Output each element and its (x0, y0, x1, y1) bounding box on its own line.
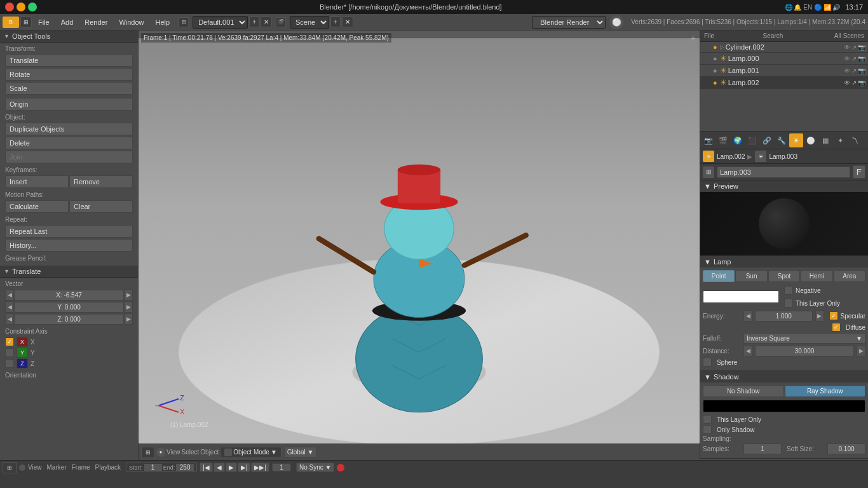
go-end-button[interactable]: ▶▶| (251, 463, 269, 472)
modifiers-icon[interactable]: 🔧 (775, 133, 789, 147)
x-arrow-right[interactable]: ▶ (124, 289, 133, 301)
timeline-dot[interactable] (19, 464, 25, 471)
lamp-type-hemi[interactable]: Hemi (801, 270, 832, 282)
particles-icon[interactable]: ✦ (833, 133, 847, 147)
breadcrumb-lamp002[interactable]: Lamp.002 (717, 153, 745, 160)
outliner-item-lamp1[interactable]: ● ☀ Lamp.001 👁 ↗ 📷 (700, 65, 868, 77)
samples-field[interactable]: 1 (743, 444, 782, 454)
menu-window[interactable]: Window (114, 17, 149, 27)
select-menu[interactable]: Select (182, 449, 200, 456)
physics-icon[interactable]: 〽 (848, 133, 862, 147)
menu-help[interactable]: Help (151, 17, 175, 27)
origin-button[interactable]: Origin (5, 98, 133, 111)
lamp-type-sun[interactable]: Sun (735, 270, 767, 282)
ray-shadow-btn[interactable]: Ray Shadow (785, 385, 866, 397)
scene-remove-button[interactable]: ✕ (342, 17, 353, 27)
breadcrumb-lamp003[interactable]: Lamp.003 (769, 153, 797, 160)
data-icon[interactable]: ☀ (789, 133, 803, 147)
lamp-type-area[interactable]: Area (834, 270, 865, 282)
lamp1-cursor-icon[interactable]: ↗ (851, 67, 857, 74)
cylinder-render-icon[interactable]: 📷 (858, 44, 865, 51)
timeline-view-menu[interactable]: View (28, 464, 42, 471)
y-field[interactable]: Y: 0.000 (14, 302, 124, 313)
blender-logo[interactable]: ⚪ (609, 15, 623, 29)
lamp-type-point[interactable]: Point (703, 270, 735, 282)
cylinder-cursor-icon[interactable]: ↗ (851, 44, 857, 51)
world-icon[interactable]: 🌍 (731, 133, 745, 147)
minimize-button[interactable] (17, 3, 25, 11)
insert-button[interactable]: Insert (5, 175, 69, 188)
energy-arrow-left[interactable]: ◀ (743, 310, 752, 322)
distance-arrow-left[interactable]: ◀ (743, 345, 752, 356)
repeat-last-button[interactable]: Repeat Last (5, 225, 133, 238)
current-frame-input[interactable] (272, 463, 291, 471)
x-field[interactable]: X: -6.547 (14, 290, 124, 301)
object-mode-btn[interactable]: Object Mode ▼ (220, 447, 281, 458)
energy-field[interactable]: 1.000 (755, 311, 813, 322)
axis-z-checkbox[interactable] (5, 359, 14, 368)
play-button[interactable]: ▶ (226, 463, 237, 472)
menu-file[interactable]: File (33, 17, 55, 27)
sphere-checkbox[interactable] (703, 358, 712, 367)
timeline-marker-menu[interactable]: Marker (47, 464, 67, 471)
energy-arrow-right[interactable]: ▶ (815, 310, 824, 322)
negative-checkbox[interactable] (784, 286, 793, 295)
timeline-frame-menu[interactable]: Frame (72, 464, 90, 471)
cylinder-eye-icon[interactable]: 👁 (844, 44, 850, 51)
layout-remove-button[interactable]: ✕ (261, 17, 272, 27)
rotate-button[interactable]: Rotate (5, 68, 133, 81)
axis-x-btn[interactable]: X (17, 337, 28, 347)
join-button[interactable]: Join (5, 151, 133, 163)
duplicate-objects-button[interactable]: Duplicate Objects (5, 123, 133, 135)
lamp-section-title[interactable]: ▼ Lamp (700, 256, 868, 268)
no-shadow-btn[interactable]: No Shadow (703, 385, 784, 397)
y-arrow-right[interactable]: ▶ (124, 301, 133, 313)
axis-x-checkbox[interactable] (5, 337, 14, 346)
object-props-icon[interactable]: ⬛ (745, 133, 759, 147)
scene-props-icon[interactable]: 🎬 (716, 133, 730, 147)
distance-arrow-right[interactable]: ▶ (857, 345, 865, 356)
object-menu[interactable]: Object (200, 449, 219, 456)
viewport-expand[interactable]: + (691, 33, 696, 43)
fake-user-button[interactable]: F (853, 165, 865, 179)
history-button[interactable]: History... (5, 239, 133, 252)
timeline-playback-menu[interactable]: Playback (95, 464, 121, 471)
header-icon[interactable]: ⊞ (20, 17, 32, 28)
lamp-type-spot[interactable]: Spot (768, 270, 800, 282)
lamp2-render-icon[interactable]: 📷 (858, 79, 865, 86)
preview-title[interactable]: ▼ Preview (700, 180, 868, 192)
view-menu[interactable]: View (166, 449, 180, 456)
outliner-item-cylinder[interactable]: ● ▷ Cylinder.002 👁 ↗ 📷 (700, 42, 868, 53)
z-arrow-left[interactable]: ◀ (5, 313, 14, 325)
soft-size-field[interactable]: 0.100 (827, 444, 865, 454)
shadow-section-title[interactable]: ▼ Shadow (700, 371, 868, 383)
timeline-icon[interactable]: ⊞ (3, 462, 17, 473)
calculate-button[interactable]: Calculate (5, 200, 69, 213)
viewport-dot[interactable]: ● (156, 448, 165, 457)
global-menu[interactable]: Global ▼ (284, 447, 317, 458)
scene-selector[interactable]: Scene (290, 16, 329, 29)
lamp2-cursor-icon[interactable]: ↗ (851, 79, 857, 86)
scene-add-button[interactable]: + (330, 17, 341, 27)
layout-selector[interactable]: Default.001 (193, 16, 248, 29)
material-icon[interactable]: ⚪ (804, 133, 818, 147)
object-name-input[interactable] (717, 166, 850, 178)
close-button[interactable] (5, 3, 14, 11)
outliner-item-lamp2[interactable]: ● ☀ Lamp.002 👁 ↗ 📷 (700, 77, 868, 89)
lamp1-eye-icon[interactable]: 👁 (844, 67, 850, 74)
y-arrow-left[interactable]: ◀ (5, 301, 14, 313)
lamp2-eye-icon[interactable]: 👁 (844, 79, 850, 86)
search-btn[interactable]: Search (763, 32, 783, 39)
distance-field[interactable]: 30.000 (755, 346, 854, 356)
specular-checkbox[interactable] (829, 311, 838, 320)
lamp1-render-icon[interactable]: 📷 (858, 67, 865, 74)
falloff-dropdown[interactable]: Inverse Square ▼ (743, 333, 865, 344)
this-layer-only-shadow-checkbox[interactable] (703, 415, 712, 424)
lamp-color-swatch[interactable] (703, 290, 779, 303)
axis-y-btn[interactable]: Y (17, 348, 28, 358)
record-button[interactable] (337, 464, 344, 471)
prev-frame-button[interactable]: ◀ (214, 463, 225, 472)
diffuse-checkbox[interactable] (832, 323, 841, 332)
constraints-icon[interactable]: 🔗 (760, 133, 774, 147)
render-icon[interactable]: 📷 (702, 133, 715, 147)
